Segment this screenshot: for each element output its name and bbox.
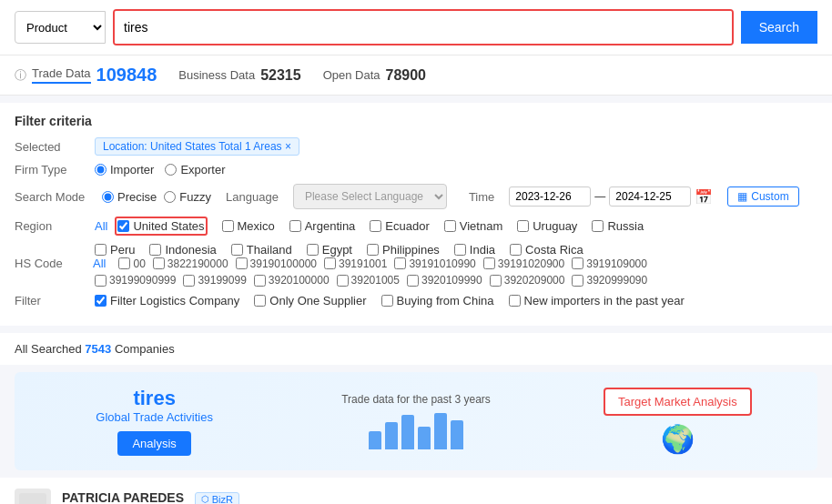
custom-button[interactable]: ▦ Custom — [727, 186, 798, 207]
hs-39199099[interactable]: 39199099 — [183, 274, 246, 287]
hs-code-section: HS Code All 00 3822190000 39190100000 39… — [15, 257, 817, 287]
trade-data-count: 109848 — [96, 65, 157, 86]
hs-3920100000[interactable]: 3920100000 — [254, 274, 330, 287]
vietnam-checkbox[interactable]: Vietnam — [444, 217, 502, 236]
selected-label: Selected — [15, 140, 87, 154]
importer-radio[interactable]: Importer — [95, 163, 154, 176]
thailand-checkbox[interactable]: Thailand — [231, 243, 292, 257]
filter-checkboxes: Filter Logistics Company Only One Suppli… — [95, 294, 685, 307]
selected-row: Selected Location: United States Total 1… — [15, 137, 817, 156]
search-button[interactable]: Search — [741, 11, 817, 44]
language-select[interactable]: Please Select Language — [293, 184, 447, 209]
target-market-button[interactable]: Target Market Analysis — [604, 388, 752, 416]
region-label: Region — [15, 219, 87, 233]
company-avatar: IMG — [15, 489, 51, 504]
stats-bar: ⓘ Trade Data 109848 Business Data 52315 … — [0, 55, 832, 96]
filter-options-label: Filter — [15, 294, 87, 307]
open-data-count: 78900 — [386, 67, 427, 84]
logistics-company-checkbox[interactable]: Filter Logistics Company — [95, 294, 239, 307]
search-mode-group: Precise Fuzzy — [102, 190, 211, 204]
buying-from-china-checkbox[interactable]: Buying from China — [381, 294, 494, 307]
language-label: Language — [226, 190, 279, 204]
search-category-select[interactable]: Product — [15, 11, 106, 44]
bizr-icon: ⬡ — [201, 494, 209, 504]
filter-options-row: Filter Filter Logistics Company Only One… — [15, 294, 817, 307]
firm-type-label: Firm Type — [15, 163, 87, 176]
hs-00[interactable]: 00 — [118, 257, 145, 270]
company-info: PATRICIA PAREDES ⬡ BizR United States Co… — [62, 490, 817, 504]
calendar-icon: 📅 — [695, 188, 713, 206]
regions-row1: United States Mexico Argentina Ecuador V… — [115, 217, 817, 236]
new-importers-checkbox[interactable]: New importers in the past year — [509, 294, 685, 307]
time-range: — 📅 — [509, 186, 713, 207]
russia-checkbox[interactable]: Russia — [592, 217, 644, 236]
time-end-input[interactable] — [609, 186, 691, 207]
firm-type-row: Firm Type Importer Exporter — [15, 163, 817, 176]
business-data-count: 52315 — [260, 67, 301, 84]
firm-type-group: Importer Exporter — [95, 163, 226, 176]
search-mode-row: Search Mode Precise Fuzzy Language Pleas… — [15, 184, 817, 209]
trade-data-stat: ⓘ Trade Data 109848 — [15, 65, 157, 86]
hs-3920209000[interactable]: 3920209000 — [490, 274, 565, 287]
time-label: Time — [469, 190, 494, 204]
exporter-radio[interactable]: Exporter — [165, 163, 225, 176]
costa-rica-checkbox[interactable]: Costa Rica — [510, 243, 583, 257]
mexico-checkbox[interactable]: Mexico — [222, 217, 275, 236]
indonesia-checkbox[interactable]: Indonesia — [149, 243, 216, 257]
search-input-wrapper — [113, 9, 734, 45]
hs-3822190000[interactable]: 3822190000 — [153, 257, 228, 270]
hs-39191001[interactable]: 39191001 — [324, 257, 387, 270]
business-data-stat: Business Data 52315 — [178, 67, 300, 84]
analysis-card: tires Global Trade Activities Analysis T… — [15, 372, 817, 470]
hs-codes-row1: 00 3822190000 39190100000 39191001 39191… — [118, 257, 647, 270]
open-data-stat: Open Data 78900 — [323, 67, 426, 84]
hs-label: HS Code — [15, 257, 87, 270]
analysis-left: tires Global Trade Activities Analysis — [33, 387, 276, 456]
fuzzy-radio[interactable]: Fuzzy — [164, 190, 211, 204]
business-data-label: Business Data — [178, 68, 255, 82]
open-data-label: Open Data — [323, 68, 380, 82]
ecuador-checkbox[interactable]: Ecuador — [370, 217, 429, 236]
search-mode-label: Search Mode — [15, 190, 87, 204]
argentina-checkbox[interactable]: Argentina — [289, 217, 356, 236]
analysis-product-name: tires — [33, 387, 276, 410]
analysis-subtitle: Global Trade Activities — [33, 410, 276, 424]
hs-all[interactable]: All — [93, 257, 113, 270]
hs-39201005[interactable]: 39201005 — [337, 274, 400, 287]
analysis-right: Target Market Analysis 🌍 — [556, 388, 799, 455]
india-checkbox[interactable]: India — [454, 243, 495, 257]
world-map-icon: 🌍 — [661, 423, 695, 455]
precise-radio[interactable]: Precise — [102, 190, 157, 204]
hs-39191010990[interactable]: 39191010990 — [394, 257, 475, 270]
company-row: IMG PATRICIA PAREDES ⬡ BizR United State… — [0, 478, 832, 504]
only-one-supplier-checkbox[interactable]: Only One Supplier — [254, 294, 366, 307]
hs-39199090999[interactable]: 39199090999 — [95, 274, 176, 287]
analysis-button[interactable]: Analysis — [117, 431, 190, 456]
peru-checkbox[interactable]: Peru — [95, 243, 135, 257]
uruguay-checkbox[interactable]: Uruguay — [517, 217, 577, 236]
hs-39190100000[interactable]: 39190100000 — [236, 257, 317, 270]
search-input[interactable] — [115, 11, 732, 44]
egypt-checkbox[interactable]: Egypt — [307, 243, 352, 257]
selected-tag[interactable]: Location: United States Total 1 Areas × — [95, 137, 299, 156]
hs-3919109000[interactable]: 3919109000 — [572, 257, 647, 270]
chart-label: Trade data for the past 3 years — [294, 393, 537, 406]
bizr-badge: ⬡ BizR — [195, 492, 239, 504]
region-row: Region All United States Mexico Argentin… — [15, 217, 817, 236]
analysis-middle: Trade data for the past 3 years — [294, 393, 537, 449]
time-start-input[interactable] — [509, 186, 591, 207]
hs-39191020900[interactable]: 39191020900 — [483, 257, 564, 270]
united-states-region-wrapper: United States — [115, 217, 207, 236]
philippines-checkbox[interactable]: Philippines — [367, 243, 440, 257]
grid-icon: ▦ — [737, 190, 747, 203]
hs-3920999090[interactable]: 3920999090 — [572, 274, 647, 287]
results-count: 7543 — [85, 342, 111, 356]
hs-row1: HS Code All 00 3822190000 39190100000 39… — [15, 257, 817, 270]
region-all[interactable]: All — [95, 219, 107, 233]
region-row2: Peru Indonesia Thailand Egypt Philippine… — [15, 243, 817, 257]
mini-chart — [294, 413, 537, 449]
company-name[interactable]: PATRICIA PAREDES — [62, 490, 184, 504]
results-bar: All Searched 7543 Companies — [0, 333, 832, 365]
united-states-checkbox[interactable]: United States — [117, 219, 204, 233]
hs-3920109990[interactable]: 3920109990 — [407, 274, 482, 287]
